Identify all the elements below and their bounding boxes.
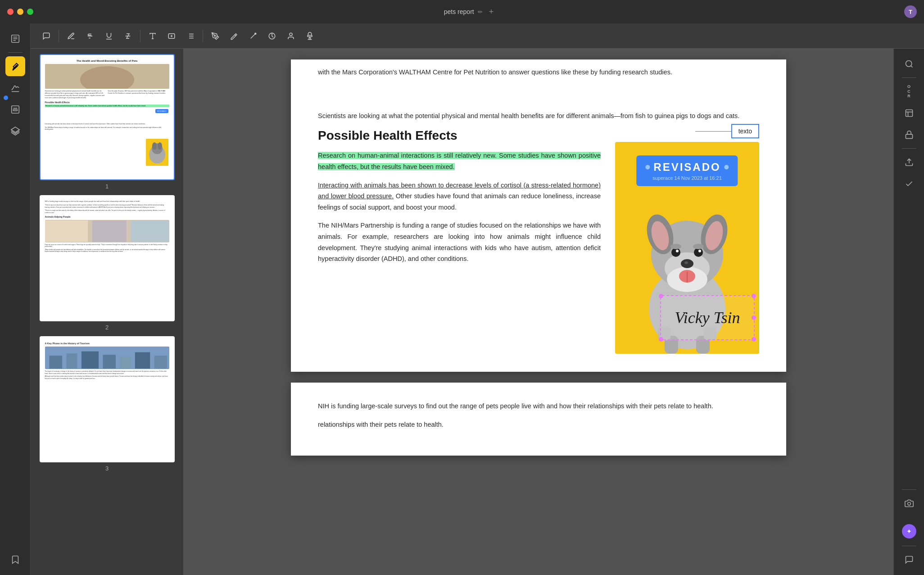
thumbnail-page-1[interactable]: The Health and Mood-Boosting Benefits of… (36, 54, 178, 190)
left-sidebar (0, 23, 31, 575)
stamp-label-text: REVISADO (653, 161, 720, 173)
active-indicator (4, 96, 8, 100)
list-tool-btn[interactable] (182, 27, 199, 45)
right-scan-btn[interactable] (899, 103, 919, 123)
sidebar-item-bookmark[interactable] (5, 550, 25, 570)
svg-point-23 (255, 33, 256, 34)
maximize-button[interactable] (27, 9, 33, 15)
svg-point-57 (676, 250, 679, 252)
thumbnail-page-3-content: A Key Phase in the History of Tourism (40, 336, 175, 462)
minimize-button[interactable] (17, 9, 23, 15)
right-lock-btn[interactable] (899, 125, 919, 145)
handle-mr (752, 315, 756, 320)
paragraph-animals: Interacting with animals has been shown … (318, 180, 601, 213)
signature-overlay[interactable]: Vicky Tsin (660, 295, 755, 340)
user-avatar[interactable]: T (904, 5, 917, 18)
svg-rect-71 (906, 110, 912, 117)
thumbnail-panel: The Health and Mood-Boosting Benefits of… (31, 49, 184, 575)
callout-line (695, 131, 731, 132)
right-divider-4 (902, 546, 916, 546)
svg-rect-40 (66, 354, 77, 369)
thumb-2-number: 2 (105, 324, 109, 331)
right-snapshot-btn[interactable] (899, 493, 919, 513)
line-tool-btn[interactable] (245, 27, 262, 45)
right-comment-btn[interactable] (899, 550, 919, 570)
thumb-1-dog-img (146, 139, 168, 166)
stamp-main-row: REVISADO (645, 161, 729, 173)
titlebar-center: pets report ✏ + (37, 7, 901, 17)
thumbnail-page-3[interactable]: A Key Phase in the History of Tourism (36, 336, 178, 472)
text-callout-box[interactable]: texto (731, 124, 759, 138)
toolbar-divider-1 (59, 30, 59, 42)
section-heading-health: Possible Health Effects (318, 128, 601, 143)
right-divider-2 (902, 148, 916, 149)
sidebar-item-highlight[interactable] (5, 56, 25, 76)
page-2-inner: NIH is funding large-scale surveys to fi… (291, 383, 786, 455)
thumb-1-number: 1 (105, 183, 109, 190)
intro-text-span: with the Mars Corporation's WALTHAM Cent… (318, 68, 672, 76)
svg-rect-39 (49, 356, 62, 369)
intro-paragraph: with the Mars Corporation's WALTHAM Cent… (318, 59, 759, 78)
nih-funding-paragraph: NIH is funding large-scale surveys to fi… (318, 401, 759, 412)
svg-point-58 (698, 250, 701, 252)
svg-rect-37 (131, 220, 169, 242)
highlight-tool-btn[interactable] (63, 27, 80, 45)
thumb-3-city-img (45, 347, 169, 369)
content-row: The Health and Mood-Boosting Benefits of… (31, 49, 924, 575)
svg-point-25 (290, 33, 292, 36)
right-validate-btn[interactable] (899, 174, 919, 194)
right-sidebar: OCR (893, 49, 924, 575)
thumb-2-cat-img (45, 220, 169, 242)
close-button[interactable] (7, 9, 14, 15)
paragraph-scientists: Scientists are looking at what the poten… (318, 110, 759, 122)
right-ocr-btn[interactable]: OCR (899, 82, 919, 101)
underline-tool-btn[interactable] (100, 27, 118, 45)
stamp-dot-right (725, 165, 729, 169)
svg-rect-42 (103, 355, 116, 369)
sidebar-item-document-list[interactable] (5, 29, 25, 49)
highlighter-pen-btn[interactable] (226, 27, 243, 45)
thumb-1-title: The Health and Mood-Boosting Benefits of… (45, 59, 169, 62)
sidebar-item-layers[interactable] (5, 121, 25, 141)
right-upload-btn[interactable] (899, 152, 919, 172)
strikethrough2-tool-btn[interactable] (119, 27, 136, 45)
add-tab-button[interactable]: + (489, 7, 494, 17)
highlighted-paragraph: Research on human-animal interactions is… (318, 150, 601, 172)
sidebar-item-signature[interactable] (5, 78, 25, 98)
textbox-tool-btn[interactable] (163, 27, 180, 45)
shape-tool-btn[interactable] (263, 27, 281, 45)
right-divider-3 (902, 489, 916, 490)
strikethrough-tool-btn[interactable] (82, 27, 99, 45)
signature-text: Vicky Tsin (675, 308, 740, 327)
document-area: with the Mars Corporation's WALTHAM Cent… (184, 49, 893, 575)
svg-point-33 (158, 142, 162, 150)
toolbar (31, 23, 924, 49)
right-divider-1 (902, 78, 916, 78)
paragraph-nih: The NIH/Mars Partnership is funding a ra… (318, 220, 601, 265)
svg-rect-43 (120, 356, 131, 369)
svg-point-21 (214, 35, 216, 36)
sidebar-item-form[interactable] (5, 100, 25, 119)
document-title: pets report (444, 8, 474, 15)
pen-tool-btn[interactable] (207, 27, 224, 45)
stamp-tool-btn[interactable] (301, 27, 318, 45)
svg-rect-41 (81, 351, 98, 369)
svg-rect-44 (135, 352, 149, 369)
thumb-3-number: 3 (105, 465, 109, 472)
traffic-lights (7, 9, 33, 15)
thumbnail-page-2[interactable]: NIH is funding large-scale surveys to fi… (36, 195, 178, 331)
svg-point-64 (693, 244, 704, 249)
collab-icon[interactable]: ✦ (902, 524, 916, 538)
edit-icon[interactable]: ✏ (478, 9, 483, 15)
sidebar-divider-1 (8, 52, 23, 53)
document-page-2: NIH is funding large-scale surveys to fi… (291, 383, 786, 455)
svg-point-63 (670, 244, 681, 249)
text-tool-btn[interactable] (144, 27, 161, 45)
left-column: Possible Health Effects Research on huma… (318, 128, 601, 354)
comment-tool-btn[interactable] (38, 27, 55, 45)
right-search-btn[interactable] (899, 54, 919, 74)
svg-point-60 (684, 261, 688, 264)
handle-tl (659, 294, 663, 298)
person-tool-btn[interactable] (282, 27, 299, 45)
svg-point-32 (152, 142, 157, 150)
